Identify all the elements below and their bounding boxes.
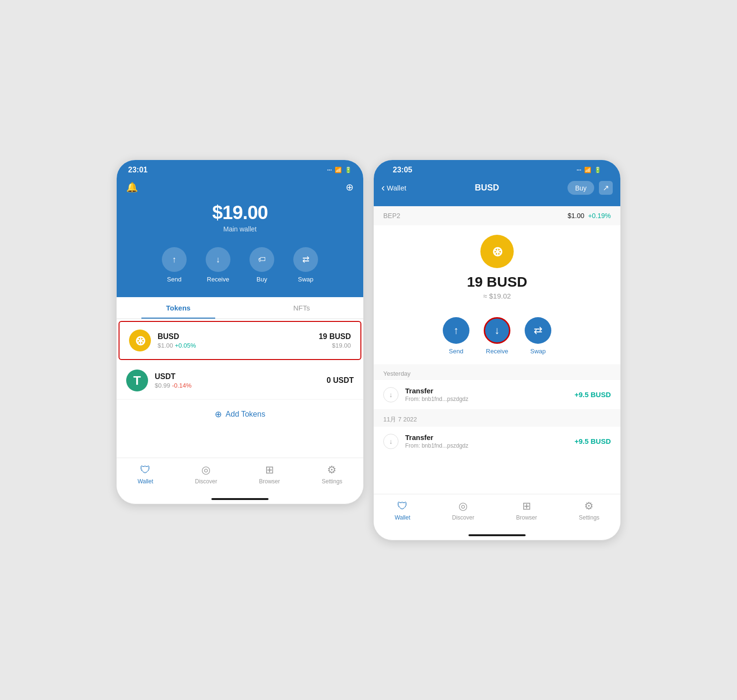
home-indicator-right [468, 534, 526, 536]
detail-chart-button[interactable] [599, 181, 613, 195]
transactions-section: Yesterday ↓ Transfer From: bnb1fnd...psz… [374, 364, 620, 456]
buy-icon-circle: 🏷 [249, 247, 274, 272]
detail-buy-button[interactable]: Buy [568, 181, 594, 195]
receive-icon-circle [206, 247, 230, 272]
token-receive-btn[interactable]: Receive [484, 317, 510, 355]
tx-info-2: Transfer From: bnb1fnd...pszdgdz [405, 433, 575, 449]
tx-info-1: Transfer From: bnb1fnd...pszdgdz [405, 387, 575, 402]
tx-receive-icon-1: ↓ [383, 387, 398, 402]
busd-token-item[interactable]: ⊛ BUSD $1.00 +0.05% 19 BUSD $19.00 [119, 321, 361, 360]
bep2-label: BEP2 [383, 212, 400, 220]
token-receive-icon [495, 324, 500, 337]
battery-icon: 🔋 [345, 167, 352, 173]
right-browser-nav-icon: ⊞ [522, 500, 531, 512]
buy-icon: 🏷 [258, 255, 266, 264]
tabs-container: Tokens NFTs [117, 297, 363, 319]
receive-button[interactable]: Receive [206, 247, 230, 283]
bep2-row: BEP2 $1.00 +0.19% [374, 206, 620, 225]
back-icon [381, 182, 385, 194]
receive-icon [216, 255, 220, 265]
settings-nav-label: Settings [322, 478, 342, 485]
right-phone: 23:05 ··· 📶 🔋 Wallet BUSD Buy [373, 160, 621, 540]
right-wallet-nav-icon: 🛡 [397, 500, 408, 512]
token-receive-label: Receive [486, 348, 508, 355]
right-discover-nav-label: Discover [452, 514, 475, 521]
usdt-amount-value: 0 USDT [327, 376, 354, 385]
nav-browser-left[interactable]: ⊞ Browser [259, 464, 280, 485]
right-settings-nav-icon: ⚙ [584, 500, 594, 512]
busd-change: +0.05% [175, 342, 196, 349]
token-send-icon [454, 324, 459, 337]
signal-dots: ··· [327, 167, 332, 173]
left-time: 23:01 [128, 166, 148, 174]
tx-from-1: From: bnb1fnd...pszdgdz [405, 396, 575, 402]
right-settings-nav-label: Settings [579, 514, 599, 521]
swap-button[interactable]: Swap [293, 247, 318, 283]
nav-browser-right[interactable]: ⊞ Browser [516, 500, 537, 521]
tx-item-1[interactable]: ↓ Transfer From: bnb1fnd...pszdgdz +9.5 … [374, 380, 620, 409]
receive-label: Receive [207, 276, 229, 283]
tx-receive-icon-2: ↓ [383, 434, 398, 449]
add-tokens-button[interactable]: ⊕ Add Tokens [117, 400, 363, 429]
busd-big-amount: 19 BUSD [383, 274, 611, 290]
tx-date-nov7: 11月 7 2022 [374, 410, 620, 427]
usdt-amount: 0 USDT [327, 376, 354, 385]
tx-from-2: From: bnb1fnd...pszdgdz [405, 442, 575, 449]
chart-icon [603, 184, 609, 192]
swap-icon [302, 254, 309, 265]
busd-amount: 19 BUSD $19.00 [319, 332, 351, 349]
left-header-icons [117, 177, 363, 197]
tab-tokens[interactable]: Tokens [117, 297, 240, 319]
token-send-circle [443, 317, 469, 344]
send-button[interactable]: Send [162, 247, 187, 283]
busd-stripe-icon: ⊛ [135, 333, 146, 349]
send-icon [172, 255, 177, 265]
tx-name-1: Transfer [405, 387, 575, 395]
nav-discover-right[interactable]: ◎ Discover [452, 500, 475, 521]
token-send-btn[interactable]: Send [443, 317, 469, 355]
nav-settings-right[interactable]: ⚙ Settings [579, 500, 599, 521]
tx-item-2[interactable]: ↓ Transfer From: bnb1fnd...pszdgdz +9.5 … [374, 427, 620, 456]
bep2-change: +0.19% [588, 212, 611, 220]
busd-icon: ⊛ [129, 330, 151, 351]
right-discover-nav-icon: ◎ [458, 500, 468, 512]
send-label: Send [167, 276, 181, 283]
right-browser-nav-label: Browser [516, 514, 537, 521]
browser-nav-label: Browser [259, 478, 280, 485]
token-actions-row: Send Receive Swap [374, 312, 620, 364]
balance-label: Main wallet [117, 225, 363, 233]
usdt-name: USDT [155, 372, 327, 381]
tx-amount-2: +9.5 BUSD [575, 437, 611, 445]
right-blue-header: 23:05 ··· 📶 🔋 Wallet BUSD Buy [374, 160, 620, 206]
busd-info: BUSD $1.00 +0.05% [158, 332, 319, 349]
nav-discover-left[interactable]: ◎ Discover [195, 464, 218, 485]
right-status-icons: ··· 📶 🔋 [577, 167, 601, 173]
usdt-token-item[interactable]: T USDT $0.99 -0.14% 0 USDT [117, 362, 363, 400]
buy-button[interactable]: 🏷 Buy [249, 247, 274, 283]
token-swap-btn[interactable]: Swap [525, 317, 551, 355]
left-bottom-nav: 🛡 Wallet ◎ Discover ⊞ Browser ⚙ Settings [117, 458, 363, 494]
nav-wallet-left[interactable]: 🛡 Wallet [138, 464, 153, 485]
right-battery-icon: 🔋 [594, 167, 601, 173]
wallet-nav-label: Wallet [138, 478, 153, 485]
send-icon-circle [162, 247, 187, 272]
nav-wallet-right[interactable]: 🛡 Wallet [395, 500, 410, 521]
token-list: ⊛ BUSD $1.00 +0.05% 19 BUSD $19.00 T [117, 321, 363, 429]
token-swap-circle [525, 317, 551, 344]
right-signal-dots: ··· [577, 167, 581, 173]
left-status-icons: ··· 📶 🔋 [327, 167, 352, 173]
back-button[interactable]: Wallet [381, 182, 406, 194]
wallet-nav-icon: 🛡 [140, 464, 150, 476]
wifi-icon: 📶 [335, 167, 342, 173]
token-send-label: Send [449, 348, 463, 355]
detail-header-actions: Buy [568, 181, 613, 195]
token-receive-circle [484, 317, 510, 344]
browser-nav-icon: ⊞ [265, 464, 274, 476]
nav-settings-left[interactable]: ⚙ Settings [322, 464, 342, 485]
add-tokens-label: Add Tokens [226, 410, 265, 419]
tab-nfts[interactable]: NFTs [240, 297, 363, 319]
bell-icon[interactable] [126, 181, 138, 193]
filter-icon[interactable] [346, 181, 354, 193]
screenshot-container: 23:01 ··· 📶 🔋 $19.00 Main wallet [116, 160, 621, 540]
home-indicator-left [211, 498, 269, 500]
